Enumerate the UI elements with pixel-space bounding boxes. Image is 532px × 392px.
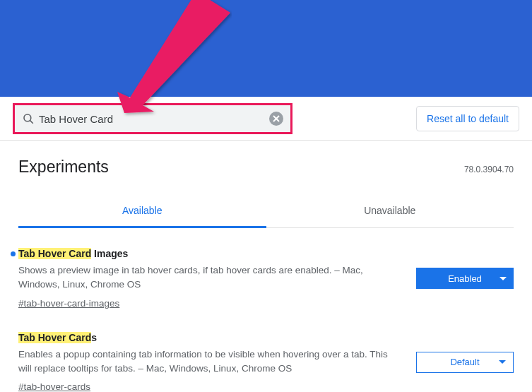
flag-title: Tab Hover Cards xyxy=(18,332,402,343)
search-icon xyxy=(22,112,35,125)
search-bar: Reset all to default xyxy=(0,97,532,141)
modified-indicator-icon xyxy=(11,251,16,256)
svg-line-1 xyxy=(30,120,32,123)
reset-all-button[interactable]: Reset all to default xyxy=(416,106,519,131)
flag-row: Tab Hover Cards Enables a popup containi… xyxy=(18,332,514,393)
tab-unavailable[interactable]: Unavailable xyxy=(266,195,514,227)
svg-point-0 xyxy=(24,114,31,121)
chevron-down-icon xyxy=(499,360,506,364)
chevron-down-icon xyxy=(500,277,507,280)
flag-status-select[interactable]: Enabled xyxy=(416,268,514,289)
content-area: Experiments 78.0.3904.70 Available Unava… xyxy=(0,141,532,392)
flag-status-select[interactable]: Default xyxy=(416,352,514,373)
flag-title: Tab Hover Card Images xyxy=(18,248,402,259)
version-label: 78.0.3904.70 xyxy=(464,165,514,174)
flag-hash-link[interactable]: #tab-hover-cards xyxy=(18,381,90,392)
search-input[interactable] xyxy=(35,113,269,125)
flag-hash-link[interactable]: #tab-hover-card-images xyxy=(18,298,119,309)
search-field-container xyxy=(13,103,292,134)
flag-row: Tab Hover Card Images Shows a preview im… xyxy=(18,248,514,309)
header-banner xyxy=(0,0,532,97)
flag-description: Enables a popup containing tab informati… xyxy=(18,348,402,376)
flag-description: Shows a preview image in tab hover cards… xyxy=(18,263,402,292)
tabs-bar: Available Unavailable xyxy=(18,195,514,228)
tab-available[interactable]: Available xyxy=(18,195,266,228)
clear-search-icon[interactable] xyxy=(269,112,283,126)
page-title: Experiments xyxy=(18,158,109,177)
